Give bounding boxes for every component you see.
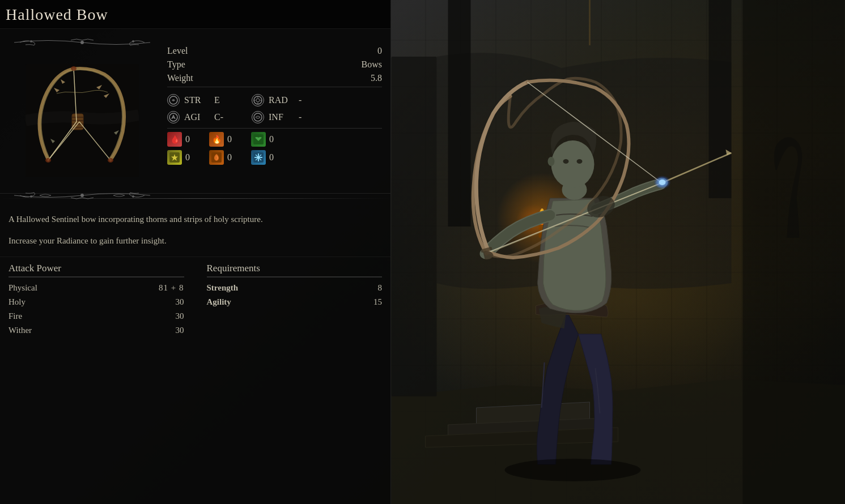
- agi-grade: C-: [214, 112, 231, 122]
- fire-dmg-value: 0: [227, 134, 239, 144]
- attack-power-header: Attack Power: [9, 263, 184, 277]
- agi-icon: [167, 111, 180, 123]
- strength-req-label: Strength: [207, 283, 239, 293]
- damage-row-1: 🩸 0 🔥 0 0: [167, 132, 382, 147]
- strength-req-value: 8: [378, 283, 383, 293]
- svg-point-39: [108, 158, 113, 163]
- svg-point-46: [256, 99, 260, 102]
- orange-dmg-value: 0: [227, 152, 239, 163]
- light-dmg-value: 0: [185, 152, 197, 163]
- ice-dmg-value: 0: [269, 152, 281, 163]
- info-panel: Hallowed Bow: [0, 0, 391, 504]
- ornament-bottom: [9, 187, 156, 208]
- bow-image: [20, 58, 145, 183]
- item-display-area: Level 0 Type Bows Weight 5.8: [0, 29, 390, 194]
- stats-area: Level 0 Type Bows Weight 5.8: [167, 35, 382, 187]
- stat-divider: [167, 87, 382, 87]
- fire-value: 30: [176, 311, 184, 321]
- nature-dmg-value: 0: [269, 134, 281, 144]
- svg-rect-1: [743, 0, 845, 504]
- svg-point-24: [505, 459, 641, 481]
- stat-weight-row: Weight 5.8: [167, 73, 382, 83]
- stat-type-row: Type Bows: [167, 59, 382, 70]
- item-description: A Hallowed Sentinel bow incorporating th…: [9, 212, 382, 226]
- fire-dmg-icon: 🔥: [209, 132, 224, 147]
- light-dmg-icon: [167, 150, 182, 165]
- holy-label: Holy: [9, 297, 26, 307]
- fire-label: Fire: [9, 311, 22, 321]
- character-figure: [391, 0, 845, 504]
- rad-grade: -: [299, 95, 316, 105]
- svg-point-38: [45, 158, 51, 163]
- fire-row: Fire 30: [9, 309, 184, 323]
- svg-point-10: [563, 159, 569, 164]
- requirements-table: Requirements Strength 8 Agility 15: [207, 263, 383, 338]
- svg-point-12: [548, 157, 555, 166]
- agility-req-value: 15: [373, 297, 382, 307]
- attack-power-label: Attack Power: [9, 263, 61, 274]
- svg-point-53: [254, 113, 262, 121]
- str-grade: E: [214, 95, 231, 105]
- wither-value: 30: [176, 326, 184, 335]
- stats-tables-area: Attack Power Physical 81 + 8 Holy 30 Fir…: [0, 257, 390, 343]
- ice-dmg-icon: [251, 150, 266, 165]
- level-value: 0: [348, 46, 382, 56]
- rad-stat: RAD: [269, 95, 294, 105]
- agility-req-row: Agility 15: [207, 295, 383, 309]
- holy-row: Holy 30: [9, 295, 184, 309]
- svg-point-41: [80, 194, 84, 197]
- ornament-top: [9, 35, 156, 54]
- agility-req-label: Agility: [207, 297, 231, 307]
- type-label: Type: [167, 59, 213, 70]
- svg-point-25: [80, 41, 84, 44]
- item-name: Hallowed Bow: [6, 6, 382, 24]
- physical-label: Physical: [9, 283, 37, 293]
- attack-power-table: Attack Power Physical 81 + 8 Holy 30 Fir…: [9, 263, 184, 338]
- wither-label: Wither: [9, 326, 32, 335]
- strength-req-row: Strength 8: [207, 281, 383, 295]
- requirements-header: Requirements: [207, 263, 383, 277]
- svg-point-40: [71, 66, 77, 71]
- item-insight: Increase your Radiance to gain further i…: [9, 234, 382, 247]
- svg-point-63: [257, 156, 260, 159]
- str-stat: STR: [184, 95, 210, 105]
- svg-point-23: [659, 180, 666, 185]
- scaling-row-2: AGI C- INF -: [167, 111, 382, 123]
- inf-grade: -: [299, 112, 316, 122]
- wither-row: Wither 30: [9, 323, 184, 338]
- agi-stat: AGI: [184, 112, 210, 122]
- description-area: A Hallowed Sentinel bow incorporating th…: [0, 203, 390, 257]
- svg-point-11: [577, 159, 583, 164]
- scaling-section: STR E RAD -: [167, 94, 382, 123]
- physical-value: 81 + 8: [159, 283, 184, 293]
- svg-rect-0: [392, 57, 437, 396]
- blood-dmg-icon: 🩸: [167, 132, 182, 147]
- str-icon: [167, 94, 180, 106]
- blood-dmg-value: 0: [185, 134, 197, 144]
- requirements-label: Requirements: [207, 263, 260, 274]
- scaling-row-1: STR E RAD -: [167, 94, 382, 106]
- svg-point-51: [169, 113, 177, 121]
- physical-row: Physical 81 + 8: [9, 281, 184, 295]
- inf-icon: [252, 111, 264, 123]
- bow-image-container: [9, 35, 156, 187]
- stat-divider-2: [167, 128, 382, 129]
- weight-value: 5.8: [348, 73, 382, 83]
- weight-label: Weight: [167, 73, 213, 83]
- orange-dmg-icon: [209, 150, 224, 165]
- svg-point-9: [551, 140, 595, 188]
- damage-row-2: 0 0: [167, 150, 382, 165]
- item-title-area: Hallowed Bow: [0, 0, 390, 29]
- holy-value: 30: [176, 297, 184, 307]
- inf-stat: INF: [269, 112, 294, 122]
- type-value: Bows: [348, 59, 382, 70]
- character-area: [391, 0, 845, 504]
- nature-dmg-icon: [251, 132, 266, 147]
- stat-level-row: Level 0: [167, 46, 382, 56]
- rad-icon: [252, 94, 264, 106]
- level-label: Level: [167, 46, 213, 56]
